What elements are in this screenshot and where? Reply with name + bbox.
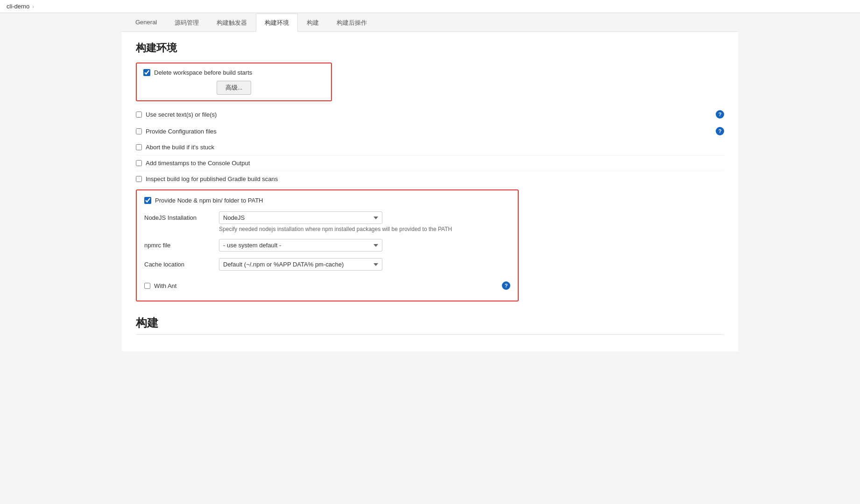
option-gradle-checkbox[interactable] [136, 176, 142, 182]
cache-location-row: Cache location Default (~/.npm or %APP D… [144, 258, 510, 271]
option-secret-label[interactable]: Use secret text(s) or file(s) [146, 111, 217, 118]
option-secret-row: Use secret text(s) or file(s) ? [136, 106, 724, 123]
nodejs-install-select[interactable]: NodeJS [219, 211, 382, 224]
tab-source[interactable]: 源码管理 [166, 14, 208, 32]
breadcrumb-project[interactable]: cli-demo [7, 3, 29, 10]
nodejs-install-row: NodeJS Installation NodeJS Specify neede… [144, 211, 510, 232]
option-timestamps-row: Add timestamps to the Console Output [136, 155, 724, 171]
breadcrumb-separator: › [32, 4, 34, 9]
option-config-label[interactable]: Provide Configuration files [146, 128, 217, 135]
tab-trigger[interactable]: 构建触发器 [208, 14, 256, 32]
breadcrumb: cli-demo › [0, 0, 860, 13]
page-title: 构建环境 [136, 41, 724, 55]
option-config-row: Provide Configuration files ? [136, 123, 724, 140]
options-list: Use secret text(s) or file(s) ? Provide … [136, 106, 724, 187]
with-ant-checkbox[interactable] [144, 283, 150, 289]
option-timestamps-label[interactable]: Add timestamps to the Console Output [146, 160, 250, 167]
delete-workspace-label[interactable]: Delete workspace before build starts [154, 69, 252, 76]
npmrc-row: npmrc file - use system default - [144, 239, 510, 252]
tab-general[interactable]: General [127, 14, 166, 32]
option-abort-checkbox[interactable] [136, 144, 142, 150]
tab-env[interactable]: 构建环境 [256, 14, 298, 32]
option-timestamps-checkbox[interactable] [136, 160, 142, 166]
main-container: General 源码管理 构建触发器 构建环境 构建 构建后操作 构建环境 De… [122, 13, 738, 351]
build-divider [136, 334, 724, 335]
with-ant-row: With Ant ? [144, 277, 510, 294]
cache-location-label: Cache location [144, 258, 219, 268]
delete-workspace-row: Delete workspace before build starts [143, 69, 324, 76]
node-section-box: Provide Node & npm bin/ folder to PATH N… [136, 189, 519, 301]
tab-build[interactable]: 构建 [298, 14, 328, 32]
option-gradle-row: Inspect build log for published Gradle b… [136, 171, 724, 187]
option-abort-row: Abort the build if it's stuck [136, 140, 724, 155]
delete-workspace-checkbox[interactable] [143, 69, 150, 76]
content-area: 构建环境 Delete workspace before build start… [122, 32, 738, 351]
option-abort-label[interactable]: Abort the build if it's stuck [146, 144, 214, 151]
help-icon-config[interactable]: ? [716, 127, 724, 135]
advanced-button[interactable]: 高级... [217, 81, 252, 95]
with-ant-label[interactable]: With Ant [154, 282, 176, 289]
tab-post[interactable]: 构建后操作 [328, 14, 376, 32]
option-config-checkbox[interactable] [136, 128, 142, 134]
nodejs-install-hint: Specify needed nodejs installation where… [219, 226, 510, 232]
delete-workspace-box: Delete workspace before build starts 高级.… [136, 63, 332, 101]
option-secret-checkbox[interactable] [136, 112, 142, 118]
node-checkbox[interactable] [144, 197, 151, 204]
option-gradle-label[interactable]: Inspect build log for published Gradle b… [146, 175, 278, 182]
node-checkbox-label[interactable]: Provide Node & npm bin/ folder to PATH [155, 197, 263, 204]
nodejs-install-label: NodeJS Installation [144, 211, 219, 221]
npmrc-label: npmrc file [144, 239, 219, 249]
cache-location-select[interactable]: Default (~/.npm or %APP DATA% pm-cache) [219, 258, 382, 271]
help-icon-ant[interactable]: ? [502, 281, 510, 290]
node-checkbox-row: Provide Node & npm bin/ folder to PATH [144, 197, 510, 204]
help-icon-secret[interactable]: ? [716, 110, 724, 119]
build-section-title: 构建 [136, 315, 724, 330]
npmrc-select[interactable]: - use system default - [219, 239, 382, 252]
tabs-bar: General 源码管理 构建触发器 构建环境 构建 构建后操作 [122, 13, 738, 32]
